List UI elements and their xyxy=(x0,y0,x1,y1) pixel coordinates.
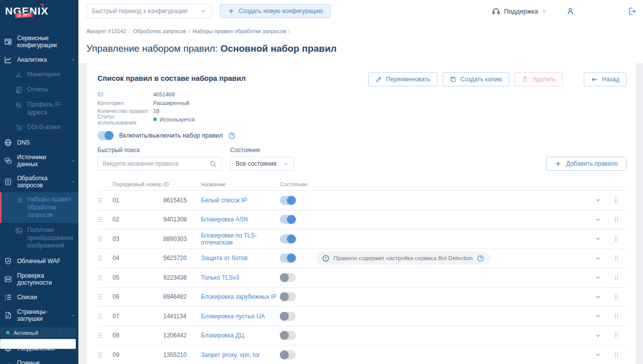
support-menu[interactable]: Поддержка xyxy=(492,7,547,16)
sidebar-item-lists[interactable]: Списки xyxy=(0,290,78,305)
sidebar-item-reports[interactable]: Отчеты xyxy=(0,82,78,97)
rule-name-link[interactable]: Блокировка зарубежных IP xyxy=(201,293,280,300)
rule-toggle[interactable] xyxy=(280,196,296,205)
ruleset-enable-toggle[interactable] xyxy=(97,131,114,140)
sidebar-item-service-configs[interactable]: Сервисные конфигурации xyxy=(0,31,78,52)
col-order: Порядковый номер xyxy=(113,181,163,187)
account-status[interactable]: Активный ⌄ ⌄ xyxy=(0,327,76,338)
delete-button[interactable]: Удалить xyxy=(514,72,563,86)
chevron-down-icon[interactable] xyxy=(595,255,601,262)
drag-handle-icon[interactable] xyxy=(97,235,104,243)
copy-button[interactable]: Создать копию xyxy=(443,72,509,86)
copy-label: Создать копию xyxy=(461,76,502,83)
sidebar-item-rulesets[interactable]: Наборы правил обработки запросов xyxy=(0,192,78,223)
rule-name-link[interactable]: Блокировка ДЦ xyxy=(201,332,280,339)
breadcrumb-rulesets[interactable]: Наборы правил обработки запросов xyxy=(192,28,286,34)
chevron-down-icon[interactable] xyxy=(595,313,601,319)
user-icon[interactable] xyxy=(566,7,575,16)
breadcrumb-request-processing[interactable]: Обработка запросов xyxy=(133,28,186,34)
chevron-down-icon[interactable] xyxy=(595,216,601,223)
sidebar-item-label: Аналитика xyxy=(17,56,47,63)
sidebar-item-dns[interactable]: DNS xyxy=(0,135,78,150)
chevron-down-icon[interactable] xyxy=(595,351,601,358)
rule-toggle[interactable] xyxy=(280,292,296,301)
rule-id: 9223436 xyxy=(163,274,201,281)
rule-name-link[interactable]: Только TLSv3 xyxy=(201,274,280,281)
sidebar-item-cloud-waf[interactable]: Облачный WAF xyxy=(0,254,78,269)
sidebar-item-image-policies[interactable]: Политики преобразования изображений xyxy=(0,223,78,254)
meta-value: 18 xyxy=(153,108,159,114)
chevron-down-icon[interactable] xyxy=(595,197,601,203)
quick-config-select-value: Быстрый переход к конфигурации xyxy=(92,8,187,15)
grip-dots-icon[interactable] xyxy=(614,313,619,320)
grip-dots-icon[interactable] xyxy=(614,332,619,339)
rule-toggle[interactable] xyxy=(280,331,296,340)
add-rule-button[interactable]: Добавить правило xyxy=(546,157,626,171)
chevron-down-icon[interactable] xyxy=(595,235,601,242)
sidebar-item-analytics[interactable]: Аналитика xyxy=(0,52,78,67)
drag-handle-icon[interactable] xyxy=(97,215,104,223)
drag-handle-icon[interactable] xyxy=(97,312,104,320)
sidebar-item-ip-profile[interactable]: Профиль IP-адреса xyxy=(0,97,78,120)
sidebar-item-monitoring[interactable]: Мониторинг xyxy=(0,67,78,82)
help-icon[interactable] xyxy=(228,132,236,140)
rule-name-link[interactable]: Запрет proxy, vpn, tor xyxy=(201,351,280,358)
sidebar-item-label: Источники данных xyxy=(17,154,65,168)
rule-order: 06 xyxy=(113,293,163,300)
sidebar-item-ddos[interactable]: DDoS-атаки xyxy=(0,120,78,135)
rule-name-link[interactable]: Защита от ботов xyxy=(201,255,280,262)
drag-handle-icon[interactable] xyxy=(97,274,104,282)
grip-dots-icon[interactable] xyxy=(614,293,619,300)
drag-handle-icon[interactable] xyxy=(97,254,104,262)
sidebar-item-label: Списки xyxy=(17,294,37,301)
sidebar-item-data-sources[interactable]: Источники данных xyxy=(0,150,78,171)
search-icon[interactable] xyxy=(209,160,217,168)
rule-toggle[interactable] xyxy=(280,273,296,282)
ngenix-logo[interactable]: NGENIX 15 ЛЕТ xyxy=(0,0,78,24)
rule-toggle[interactable] xyxy=(280,312,296,321)
state-filter-label: Состояние xyxy=(230,147,294,154)
grip-dots-icon[interactable] xyxy=(614,274,619,281)
drag-handle-icon[interactable] xyxy=(97,196,104,204)
line-chart-icon xyxy=(4,56,12,64)
state-filter-select[interactable]: Все состояния xyxy=(230,157,294,171)
grip-dots-icon[interactable] xyxy=(614,216,619,223)
drag-handle-icon[interactable] xyxy=(97,351,104,359)
rename-button[interactable]: Переименовать xyxy=(368,72,438,86)
grip-dots-icon[interactable] xyxy=(614,351,619,358)
report-document-icon xyxy=(15,86,23,94)
sidebar-item-request-processing[interactable]: Обработка запросов xyxy=(0,171,78,192)
sidebar-item-stub-pages[interactable]: Страницы-заглушки xyxy=(0,305,78,326)
drag-handle-icon[interactable] xyxy=(97,293,104,301)
search-col: Быстрый поиск xyxy=(97,147,222,171)
search-input[interactable] xyxy=(102,160,209,167)
rule-name-link[interactable]: Белый список IP xyxy=(201,197,280,204)
sidebar-item-availability-check[interactable]: Проверка доступности xyxy=(0,269,78,290)
chevron-down-icon xyxy=(70,158,75,163)
rule-name-link[interactable]: Блокировка ASN xyxy=(201,216,280,223)
chevron-down-icon[interactable] xyxy=(595,274,601,281)
logout-icon[interactable] xyxy=(627,7,636,16)
chevron-down-icon[interactable] xyxy=(595,294,601,300)
rule-name-link[interactable]: Блокировки по TLS-отпечаткам xyxy=(201,232,280,246)
breadcrumb-account[interactable]: Аккаунт #13142 xyxy=(86,28,127,34)
quick-config-select[interactable]: Быстрый переход к конфигурации xyxy=(86,4,212,18)
back-button[interactable]: Назад xyxy=(584,72,626,86)
account-selector-panel[interactable] xyxy=(0,339,76,349)
rule-id: 1441134 xyxy=(163,313,201,320)
chevron-down-icon[interactable] xyxy=(595,332,601,339)
create-config-button[interactable]: Создать новую конфигурацию xyxy=(220,4,331,18)
grip-dots-icon[interactable] xyxy=(614,235,619,242)
rule-toggle[interactable] xyxy=(280,350,296,359)
rule-order: 01 xyxy=(113,197,163,204)
grip-dots-icon[interactable] xyxy=(614,255,619,262)
drag-handle-icon[interactable] xyxy=(97,331,104,339)
sidebar-item-direct-connections[interactable]: Прямые подключения xyxy=(0,356,78,364)
rule-toggle[interactable] xyxy=(280,215,296,224)
rule-toggle[interactable] xyxy=(280,234,296,244)
help-icon[interactable] xyxy=(477,255,484,262)
rule-name-link[interactable]: Блокировка пустых UA xyxy=(201,313,280,320)
rule-toggle[interactable] xyxy=(280,254,296,263)
rule-id: 8890303 xyxy=(163,235,201,242)
grip-dots-icon[interactable] xyxy=(614,197,619,204)
